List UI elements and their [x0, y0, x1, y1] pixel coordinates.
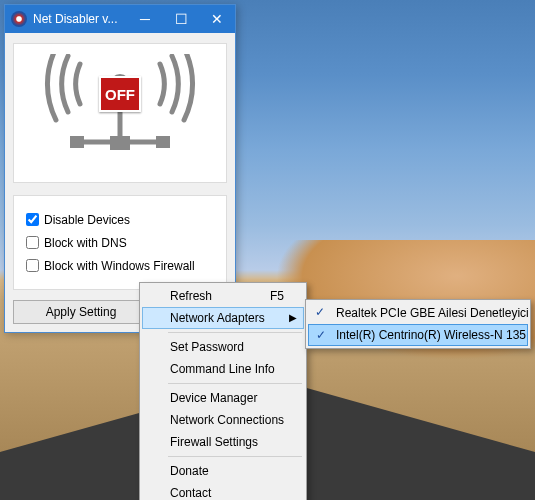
check-icon: ✓ [316, 328, 326, 342]
context-menu: Refresh F5 Network Adapters ▶ Set Passwo… [139, 282, 307, 500]
menu-contact[interactable]: Contact [142, 482, 304, 500]
menu-refresh-label: Refresh [170, 289, 212, 303]
menu-separator [168, 383, 302, 384]
menu-network-adapters[interactable]: Network Adapters ▶ [142, 307, 304, 329]
disable-devices-input[interactable] [26, 213, 39, 226]
menu-device-manager[interactable]: Device Manager [142, 387, 304, 409]
options-panel: Disable Devices Block with DNS Block wit… [13, 195, 227, 290]
menu-firewall-settings[interactable]: Firewall Settings [142, 431, 304, 453]
maximize-button[interactable]: ☐ [163, 5, 199, 33]
svg-rect-5 [110, 136, 130, 150]
menu-command-line[interactable]: Command Line Info [142, 358, 304, 380]
status-panel: OFF [13, 43, 227, 183]
block-dns-input[interactable] [26, 236, 39, 249]
close-button[interactable]: ✕ [199, 5, 235, 33]
disable-devices-checkbox[interactable]: Disable Devices [22, 210, 218, 229]
menu-separator [168, 332, 302, 333]
block-firewall-input[interactable] [26, 259, 39, 272]
menu-network-adapters-label: Network Adapters [170, 311, 265, 325]
adapter-item-intel[interactable]: ✓ Intel(R) Centrino(R) Wireless-N 135 [308, 324, 528, 346]
adapter-item-realtek[interactable]: ✓ Realtek PCIe GBE Ailesi Denetleyici [308, 302, 528, 324]
block-firewall-label: Block with Windows Firewall [44, 259, 195, 273]
block-dns-label: Block with DNS [44, 236, 127, 250]
off-badge: OFF [99, 76, 141, 112]
disable-devices-label: Disable Devices [44, 213, 130, 227]
window-title: Net Disabler v... [33, 12, 127, 26]
menu-refresh-shortcut: F5 [270, 289, 284, 303]
adapter-label: Intel(R) Centrino(R) Wireless-N 135 [336, 328, 526, 342]
menu-set-password[interactable]: Set Password [142, 336, 304, 358]
apply-button[interactable]: Apply Setting [13, 300, 149, 324]
menu-refresh[interactable]: Refresh F5 [142, 285, 304, 307]
svg-rect-3 [70, 136, 84, 148]
svg-rect-4 [156, 136, 170, 148]
titlebar[interactable]: Net Disabler v... ─ ☐ ✕ [5, 5, 235, 33]
submenu-arrow-icon: ▶ [289, 312, 297, 323]
adapter-label: Realtek PCIe GBE Ailesi Denetleyici [336, 306, 529, 320]
adapters-submenu: ✓ Realtek PCIe GBE Ailesi Denetleyici ✓ … [305, 299, 531, 349]
menu-network-connections[interactable]: Network Connections [142, 409, 304, 431]
menu-separator [168, 456, 302, 457]
block-dns-checkbox[interactable]: Block with DNS [22, 233, 218, 252]
app-icon [11, 11, 27, 27]
minimize-button[interactable]: ─ [127, 5, 163, 33]
check-icon: ✓ [315, 305, 325, 319]
block-firewall-checkbox[interactable]: Block with Windows Firewall [22, 256, 218, 275]
menu-donate[interactable]: Donate [142, 460, 304, 482]
